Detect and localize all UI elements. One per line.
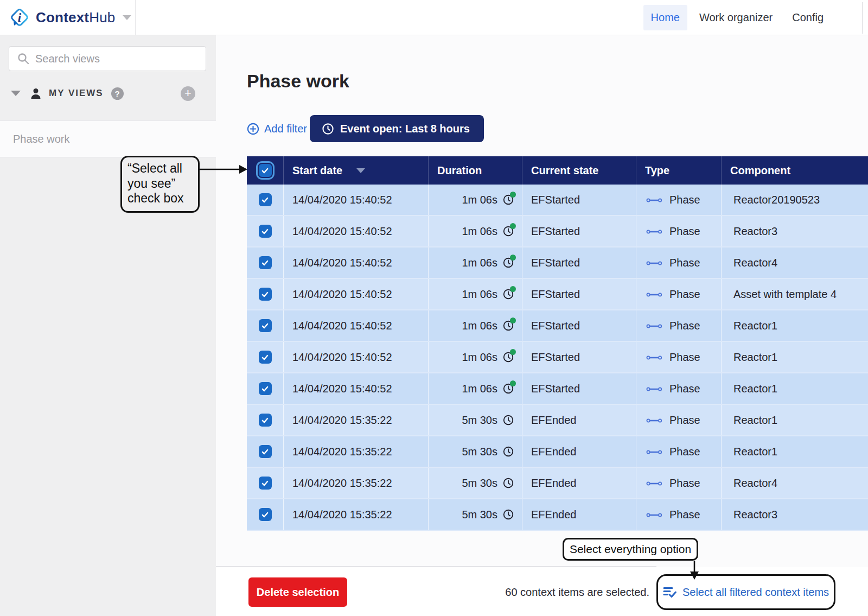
cell-type: Phase	[636, 310, 722, 341]
duration-clock-icon	[502, 288, 514, 300]
row-checkbox[interactable]	[259, 225, 272, 238]
page-title: Phase work	[247, 71, 349, 92]
cell-current-state: EFEnded	[522, 499, 636, 530]
row-checkbox[interactable]	[259, 288, 272, 301]
table-row: 14/04/2020 15:40:521m 06sEFStartedPhaseR…	[247, 185, 868, 216]
phase-link-icon	[646, 225, 662, 238]
app-logo[interactable]: i ContextHub	[0, 0, 136, 35]
row-checkbox[interactable]	[259, 351, 272, 364]
search-views-box[interactable]	[9, 46, 206, 71]
svg-text:i: i	[18, 11, 22, 24]
annotation-arrow-right	[200, 163, 247, 176]
running-indicator	[510, 286, 516, 292]
cell-start-date: 14/04/2020 15:40:52	[284, 279, 429, 309]
column-header-start-date[interactable]: Start date	[284, 156, 429, 185]
cell-start-date: 14/04/2020 15:40:52	[284, 185, 429, 215]
add-view-button[interactable]: +	[181, 86, 195, 101]
cell-start-date: 14/04/2020 15:40:52	[284, 310, 429, 341]
sort-desc-icon	[356, 168, 365, 173]
column-header-type[interactable]: Type	[636, 156, 722, 185]
sidebar-item-phase-work[interactable]: Phase work	[0, 120, 216, 157]
cell-component: Reactor1	[722, 342, 868, 372]
top-bar: i ContextHub Home Work organizer Config	[0, 0, 868, 35]
add-filter-button[interactable]: Add filter	[247, 122, 307, 136]
row-checkbox-cell	[247, 279, 284, 309]
column-header-duration[interactable]: Duration	[429, 156, 522, 185]
select-all-list-icon	[663, 586, 677, 599]
phase-link-icon	[646, 257, 662, 269]
collapse-caret-icon[interactable]	[11, 91, 21, 96]
cell-current-state: EFStarted	[522, 247, 636, 278]
nav-divider	[862, 2, 863, 34]
cell-component: Reactor4	[722, 468, 868, 498]
phase-link-icon	[646, 383, 662, 395]
row-checkbox[interactable]	[259, 414, 272, 427]
cell-start-date: 14/04/2020 15:35:22	[284, 468, 429, 498]
nav-work-organizer[interactable]: Work organizer	[692, 5, 780, 30]
duration-clock-icon	[502, 194, 514, 206]
footer-divider	[216, 566, 656, 567]
plus-circle-icon	[247, 123, 259, 135]
search-views-input[interactable]	[35, 53, 193, 65]
cell-current-state: EFStarted	[522, 342, 636, 372]
context-items-table: Start date Duration Current state Type C…	[247, 156, 868, 531]
cell-duration: 5m 30s	[429, 405, 522, 435]
help-icon[interactable]: ?	[111, 87, 124, 100]
my-views-title: MY VIEWS	[49, 88, 104, 99]
running-indicator	[510, 192, 516, 198]
clock-icon	[322, 123, 334, 135]
row-checkbox[interactable]	[259, 508, 272, 521]
phase-link-icon	[646, 320, 662, 332]
table-row: 14/04/2020 15:35:225m 30sEFEndedPhaseRea…	[247, 436, 868, 468]
annotation-select-everything-option: Select everything option	[563, 538, 698, 561]
cell-start-date: 14/04/2020 15:35:22	[284, 436, 429, 467]
selection-summary: 60 context items are selected.	[505, 574, 649, 610]
cell-duration: 1m 06s	[429, 185, 522, 215]
add-filter-label: Add filter	[264, 123, 307, 135]
cell-current-state: EFStarted	[522, 310, 636, 341]
running-indicator	[510, 380, 516, 386]
cell-start-date: 14/04/2020 15:40:52	[284, 216, 429, 246]
row-checkbox-cell	[247, 216, 284, 246]
nav-config[interactable]: Config	[784, 5, 831, 30]
cell-current-state: EFStarted	[522, 279, 636, 309]
phase-link-icon	[646, 509, 662, 521]
cell-duration: 5m 30s	[429, 468, 522, 498]
filter-chip-event-open[interactable]: Event open: Last 8 hours	[310, 115, 484, 142]
duration-clock-icon	[502, 509, 514, 520]
column-header-current-state[interactable]: Current state	[522, 156, 636, 185]
cell-start-date: 14/04/2020 15:35:22	[284, 499, 429, 530]
top-navigation: Home Work organizer Config	[643, 0, 831, 35]
column-header-component[interactable]: Component	[722, 156, 868, 185]
select-all-checkbox[interactable]	[259, 164, 272, 177]
row-checkbox[interactable]	[259, 445, 272, 458]
nav-home[interactable]: Home	[643, 5, 687, 30]
row-checkbox[interactable]	[259, 319, 272, 332]
table-row: 14/04/2020 15:40:521m 06sEFStartedPhaseR…	[247, 310, 868, 342]
delete-selection-button[interactable]: Delete selection	[248, 577, 347, 607]
row-checkbox-cell	[247, 342, 284, 372]
cell-duration: 1m 06s	[429, 279, 522, 309]
select-all-filtered-link[interactable]: Select all filtered context items	[663, 586, 829, 599]
phase-link-icon	[646, 477, 662, 490]
row-checkbox[interactable]	[259, 382, 272, 395]
select-all-filtered-label: Select all filtered context items	[682, 586, 829, 599]
duration-clock-icon	[502, 414, 514, 426]
annotation-line: “Select all	[127, 161, 194, 176]
sidebar: MY VIEWS ? + Phase work	[0, 35, 216, 616]
cell-start-date: 14/04/2020 15:40:52	[284, 373, 429, 404]
cell-component: Reactor3	[722, 499, 868, 530]
running-indicator	[510, 223, 516, 229]
row-checkbox[interactable]	[259, 477, 272, 490]
row-checkbox-cell	[247, 247, 284, 278]
cell-current-state: EFEnded	[522, 405, 636, 435]
cell-current-state: EFStarted	[522, 373, 636, 404]
row-checkbox[interactable]	[259, 193, 272, 206]
table-row: 14/04/2020 15:35:225m 30sEFEndedPhaseRea…	[247, 468, 868, 499]
row-checkbox[interactable]	[259, 256, 272, 269]
table-row: 14/04/2020 15:40:521m 06sEFStartedPhaseR…	[247, 247, 868, 279]
brand-name: ContextHub	[36, 9, 115, 26]
phase-link-icon	[646, 194, 662, 206]
annotation-select-all-you-see: “Select all you see” check box	[120, 156, 200, 213]
brand-dropdown-caret-icon[interactable]	[123, 15, 131, 20]
